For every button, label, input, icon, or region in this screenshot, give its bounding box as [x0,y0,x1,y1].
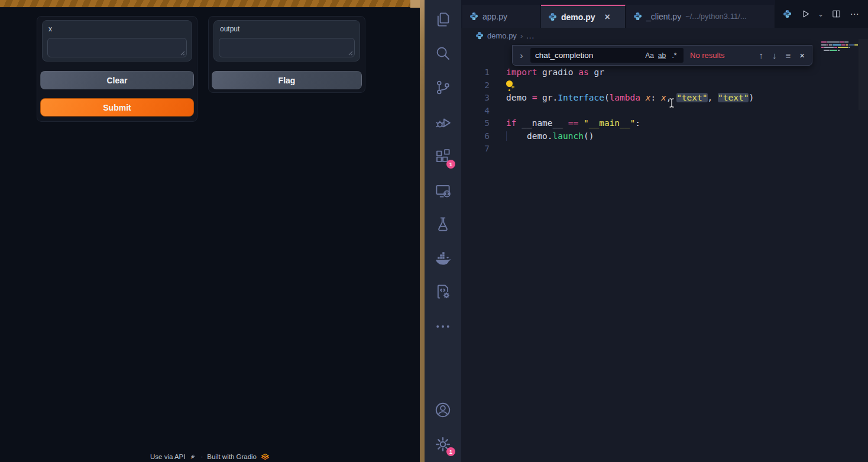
line-number: 2 [461,79,490,92]
pane-divider-strip [420,0,425,462]
line-number: 4 [461,105,490,118]
find-close-icon[interactable]: × [799,50,805,60]
python-file-icon [548,12,557,21]
code-line[interactable]: 1import gradio as gr [461,66,868,79]
find-nav: ↑ ↓ ≡ × [759,50,805,60]
docker-icon[interactable] [434,250,452,267]
find-results-status: No results [690,51,725,60]
more-actions-icon[interactable]: ⋯ [848,8,861,21]
find-query-text[interactable]: chat_completion [535,51,643,60]
line-number: 5 [461,117,490,130]
dev-file-gear-icon[interactable] [434,283,452,301]
find-widget: › chat_completion Aa ab .* No results ↑ … [512,45,812,66]
gif-progress-bar [0,0,420,8]
gradio-output-block: output [213,20,360,62]
line-number: 1 [461,66,490,79]
run-debug-icon[interactable] [434,114,452,131]
code-editor[interactable]: 1import gradio as gr23demo = gr.Interfac… [461,66,868,156]
explorer-icon[interactable] [434,11,452,28]
mouse-cursor-ibeam [668,97,676,109]
editor-actions: ⌄ ⋯ [775,0,868,28]
use-via-api-link[interactable]: Use via API [150,453,185,460]
regex-icon[interactable]: .* [668,51,681,60]
input-label: x [48,25,186,33]
testing-flask-icon[interactable] [434,215,452,233]
tab-app-py[interactable]: app.py [462,5,540,28]
gif-progress-handle[interactable] [410,0,420,8]
submit-button[interactable]: Submit [40,98,194,117]
settings-badge: 1 [446,447,455,456]
gradio-logo-icon [261,453,270,460]
line-number: 6 [461,130,490,143]
run-file-icon[interactable] [799,8,812,21]
find-next-icon[interactable]: ↓ [772,50,777,60]
plug-icon [189,453,196,460]
more-views-icon[interactable] [434,318,452,335]
source-control-icon[interactable] [434,79,452,96]
output-label: output [220,25,354,33]
gradio-input-panel: x Clear Submit [37,16,197,122]
code-line[interactable]: 7 [461,143,868,156]
line-number: 7 [461,143,490,156]
tab-label: _client.py [646,12,681,21]
vscode-window: 1 1 [425,0,868,462]
line-number: 3 [461,92,490,105]
find-in-selection-icon[interactable]: ≡ [785,50,791,60]
flag-button[interactable]: Flag [212,71,362,89]
match-case-icon[interactable]: Aa [643,51,656,60]
tab-close-icon[interactable]: × [605,12,610,22]
tab-demo-py[interactable]: demo.py × [541,5,626,28]
breadcrumb[interactable]: demo.py › ... [475,30,535,41]
python-run-icon[interactable] [780,8,793,21]
find-input[interactable]: chat_completion Aa ab .* [530,48,684,63]
gradio-input-block: x [42,20,192,62]
gradio-output-panel: output Flag [208,16,365,93]
tab-path-description: ~/.../python3.11/... [685,12,746,21]
built-with-gradio-link[interactable]: Built with Gradio [207,453,257,460]
breadcrumb-more[interactable]: ... [526,31,535,40]
gradio-footer: Use via API · Built with Gradio [0,453,420,460]
input-textarea[interactable] [47,38,187,57]
code-line[interactable]: 3demo = gr.Interface(lambda x: x, "text"… [461,92,868,105]
run-dropdown-icon[interactable]: ⌄ [817,8,824,21]
code-line[interactable]: 6 demo.launch() [461,130,868,143]
tab-label: app.py [482,12,507,21]
tab-client-py[interactable]: _client.py ~/.../python3.11/... [626,5,775,28]
code-line[interactable]: 4 [461,105,868,118]
split-editor-icon[interactable] [830,8,843,21]
code-line[interactable]: 5if __name__ == "__main__": [461,117,868,130]
extensions-icon[interactable]: 1 [434,148,452,166]
python-file-icon [475,31,484,40]
minimap[interactable] [821,41,858,52]
output-textarea[interactable] [219,38,355,57]
find-previous-icon[interactable]: ↑ [759,50,763,60]
code-line[interactable]: 2 [461,79,868,92]
settings-gear-icon[interactable]: 1 [434,435,452,453]
find-expand-chevron-icon[interactable]: › [513,50,530,60]
tab-label: demo.py [561,12,595,22]
python-file-icon [469,12,478,21]
search-icon[interactable] [434,44,452,62]
breadcrumb-file[interactable]: demo.py [487,31,517,40]
account-icon[interactable] [434,401,452,419]
remote-explorer-icon[interactable] [434,182,452,199]
clear-button[interactable]: Clear [40,71,194,89]
minimap-slider[interactable] [859,39,868,110]
screen: x Clear Submit output Flag Use via API ·… [0,0,868,462]
python-file-icon [633,12,642,21]
lightbulb-sparkle-icon[interactable] [506,80,516,90]
whole-word-icon[interactable]: ab [656,51,668,60]
footer-separator: · [200,453,203,460]
extensions-badge: 1 [446,160,455,169]
breadcrumb-separator: › [520,31,523,40]
editor-tab-bar: app.py demo.py × _client.py ~/.../python… [461,0,868,28]
activity-bar: 1 1 [425,0,461,462]
